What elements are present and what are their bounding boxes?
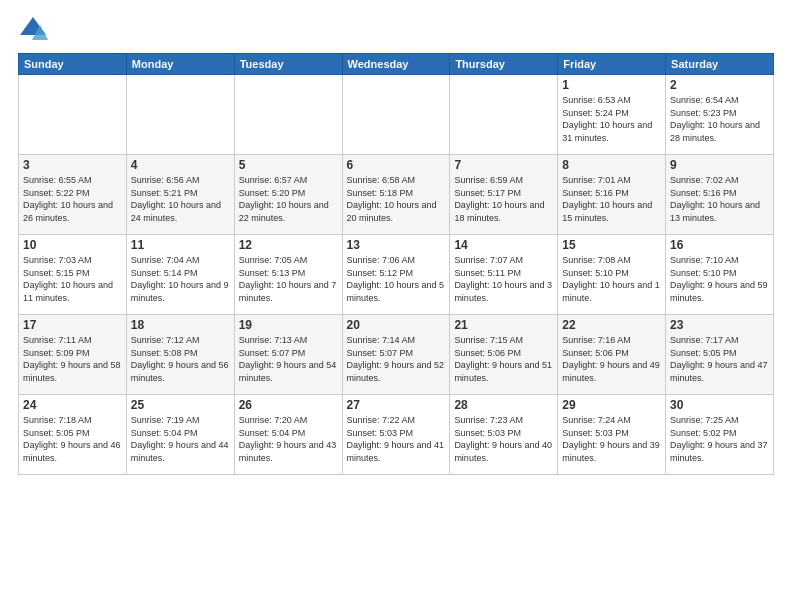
day-number: 13 bbox=[347, 238, 446, 252]
calendar-cell: 25Sunrise: 7:19 AM Sunset: 5:04 PM Dayli… bbox=[126, 395, 234, 475]
day-number: 17 bbox=[23, 318, 122, 332]
day-info: Sunrise: 7:12 AM Sunset: 5:08 PM Dayligh… bbox=[131, 334, 230, 384]
weekday-header-row: SundayMondayTuesdayWednesdayThursdayFrid… bbox=[19, 54, 774, 75]
weekday-header-thursday: Thursday bbox=[450, 54, 558, 75]
day-number: 7 bbox=[454, 158, 553, 172]
day-info: Sunrise: 7:20 AM Sunset: 5:04 PM Dayligh… bbox=[239, 414, 338, 464]
day-info: Sunrise: 6:57 AM Sunset: 5:20 PM Dayligh… bbox=[239, 174, 338, 224]
calendar-cell: 30Sunrise: 7:25 AM Sunset: 5:02 PM Dayli… bbox=[666, 395, 774, 475]
weekday-header-tuesday: Tuesday bbox=[234, 54, 342, 75]
day-info: Sunrise: 7:14 AM Sunset: 5:07 PM Dayligh… bbox=[347, 334, 446, 384]
day-number: 11 bbox=[131, 238, 230, 252]
weekday-header-wednesday: Wednesday bbox=[342, 54, 450, 75]
day-info: Sunrise: 7:08 AM Sunset: 5:10 PM Dayligh… bbox=[562, 254, 661, 304]
day-number: 26 bbox=[239, 398, 338, 412]
day-info: Sunrise: 6:53 AM Sunset: 5:24 PM Dayligh… bbox=[562, 94, 661, 144]
logo-icon bbox=[18, 15, 48, 45]
calendar-cell: 19Sunrise: 7:13 AM Sunset: 5:07 PM Dayli… bbox=[234, 315, 342, 395]
calendar-cell bbox=[126, 75, 234, 155]
day-number: 25 bbox=[131, 398, 230, 412]
calendar-cell: 16Sunrise: 7:10 AM Sunset: 5:10 PM Dayli… bbox=[666, 235, 774, 315]
day-number: 12 bbox=[239, 238, 338, 252]
day-number: 18 bbox=[131, 318, 230, 332]
calendar-cell: 29Sunrise: 7:24 AM Sunset: 5:03 PM Dayli… bbox=[558, 395, 666, 475]
week-row-1: 1Sunrise: 6:53 AM Sunset: 5:24 PM Daylig… bbox=[19, 75, 774, 155]
day-info: Sunrise: 7:13 AM Sunset: 5:07 PM Dayligh… bbox=[239, 334, 338, 384]
day-info: Sunrise: 7:03 AM Sunset: 5:15 PM Dayligh… bbox=[23, 254, 122, 304]
calendar-cell: 4Sunrise: 6:56 AM Sunset: 5:21 PM Daylig… bbox=[126, 155, 234, 235]
week-row-2: 3Sunrise: 6:55 AM Sunset: 5:22 PM Daylig… bbox=[19, 155, 774, 235]
calendar-cell: 15Sunrise: 7:08 AM Sunset: 5:10 PM Dayli… bbox=[558, 235, 666, 315]
day-number: 24 bbox=[23, 398, 122, 412]
week-row-5: 24Sunrise: 7:18 AM Sunset: 5:05 PM Dayli… bbox=[19, 395, 774, 475]
calendar-cell: 24Sunrise: 7:18 AM Sunset: 5:05 PM Dayli… bbox=[19, 395, 127, 475]
day-info: Sunrise: 7:07 AM Sunset: 5:11 PM Dayligh… bbox=[454, 254, 553, 304]
calendar-cell: 22Sunrise: 7:16 AM Sunset: 5:06 PM Dayli… bbox=[558, 315, 666, 395]
calendar-cell: 21Sunrise: 7:15 AM Sunset: 5:06 PM Dayli… bbox=[450, 315, 558, 395]
day-number: 4 bbox=[131, 158, 230, 172]
day-number: 3 bbox=[23, 158, 122, 172]
page: SundayMondayTuesdayWednesdayThursdayFrid… bbox=[0, 0, 792, 612]
day-info: Sunrise: 7:18 AM Sunset: 5:05 PM Dayligh… bbox=[23, 414, 122, 464]
day-info: Sunrise: 7:01 AM Sunset: 5:16 PM Dayligh… bbox=[562, 174, 661, 224]
day-number: 15 bbox=[562, 238, 661, 252]
day-number: 6 bbox=[347, 158, 446, 172]
calendar-cell: 10Sunrise: 7:03 AM Sunset: 5:15 PM Dayli… bbox=[19, 235, 127, 315]
day-info: Sunrise: 7:11 AM Sunset: 5:09 PM Dayligh… bbox=[23, 334, 122, 384]
calendar-cell: 8Sunrise: 7:01 AM Sunset: 5:16 PM Daylig… bbox=[558, 155, 666, 235]
day-info: Sunrise: 7:10 AM Sunset: 5:10 PM Dayligh… bbox=[670, 254, 769, 304]
day-info: Sunrise: 7:05 AM Sunset: 5:13 PM Dayligh… bbox=[239, 254, 338, 304]
day-number: 29 bbox=[562, 398, 661, 412]
calendar-cell: 18Sunrise: 7:12 AM Sunset: 5:08 PM Dayli… bbox=[126, 315, 234, 395]
header bbox=[18, 15, 774, 45]
day-info: Sunrise: 6:55 AM Sunset: 5:22 PM Dayligh… bbox=[23, 174, 122, 224]
day-number: 9 bbox=[670, 158, 769, 172]
week-row-3: 10Sunrise: 7:03 AM Sunset: 5:15 PM Dayli… bbox=[19, 235, 774, 315]
day-info: Sunrise: 7:23 AM Sunset: 5:03 PM Dayligh… bbox=[454, 414, 553, 464]
day-number: 19 bbox=[239, 318, 338, 332]
day-number: 23 bbox=[670, 318, 769, 332]
calendar-cell: 28Sunrise: 7:23 AM Sunset: 5:03 PM Dayli… bbox=[450, 395, 558, 475]
day-info: Sunrise: 7:17 AM Sunset: 5:05 PM Dayligh… bbox=[670, 334, 769, 384]
calendar-cell: 27Sunrise: 7:22 AM Sunset: 5:03 PM Dayli… bbox=[342, 395, 450, 475]
day-number: 28 bbox=[454, 398, 553, 412]
calendar-cell: 6Sunrise: 6:58 AM Sunset: 5:18 PM Daylig… bbox=[342, 155, 450, 235]
day-info: Sunrise: 7:19 AM Sunset: 5:04 PM Dayligh… bbox=[131, 414, 230, 464]
day-info: Sunrise: 7:16 AM Sunset: 5:06 PM Dayligh… bbox=[562, 334, 661, 384]
calendar-cell: 11Sunrise: 7:04 AM Sunset: 5:14 PM Dayli… bbox=[126, 235, 234, 315]
weekday-header-saturday: Saturday bbox=[666, 54, 774, 75]
day-info: Sunrise: 7:15 AM Sunset: 5:06 PM Dayligh… bbox=[454, 334, 553, 384]
day-number: 10 bbox=[23, 238, 122, 252]
calendar-cell: 7Sunrise: 6:59 AM Sunset: 5:17 PM Daylig… bbox=[450, 155, 558, 235]
calendar-cell: 3Sunrise: 6:55 AM Sunset: 5:22 PM Daylig… bbox=[19, 155, 127, 235]
day-info: Sunrise: 7:04 AM Sunset: 5:14 PM Dayligh… bbox=[131, 254, 230, 304]
calendar-cell: 23Sunrise: 7:17 AM Sunset: 5:05 PM Dayli… bbox=[666, 315, 774, 395]
calendar-cell: 20Sunrise: 7:14 AM Sunset: 5:07 PM Dayli… bbox=[342, 315, 450, 395]
calendar: SundayMondayTuesdayWednesdayThursdayFrid… bbox=[18, 53, 774, 475]
weekday-header-monday: Monday bbox=[126, 54, 234, 75]
calendar-cell: 14Sunrise: 7:07 AM Sunset: 5:11 PM Dayli… bbox=[450, 235, 558, 315]
day-info: Sunrise: 7:24 AM Sunset: 5:03 PM Dayligh… bbox=[562, 414, 661, 464]
calendar-cell bbox=[450, 75, 558, 155]
day-number: 27 bbox=[347, 398, 446, 412]
day-info: Sunrise: 7:02 AM Sunset: 5:16 PM Dayligh… bbox=[670, 174, 769, 224]
calendar-cell: 2Sunrise: 6:54 AM Sunset: 5:23 PM Daylig… bbox=[666, 75, 774, 155]
day-number: 22 bbox=[562, 318, 661, 332]
weekday-header-friday: Friday bbox=[558, 54, 666, 75]
day-number: 30 bbox=[670, 398, 769, 412]
day-number: 8 bbox=[562, 158, 661, 172]
calendar-cell bbox=[342, 75, 450, 155]
logo bbox=[18, 15, 52, 45]
calendar-cell: 17Sunrise: 7:11 AM Sunset: 5:09 PM Dayli… bbox=[19, 315, 127, 395]
calendar-cell: 12Sunrise: 7:05 AM Sunset: 5:13 PM Dayli… bbox=[234, 235, 342, 315]
day-number: 16 bbox=[670, 238, 769, 252]
day-number: 1 bbox=[562, 78, 661, 92]
day-info: Sunrise: 7:25 AM Sunset: 5:02 PM Dayligh… bbox=[670, 414, 769, 464]
day-info: Sunrise: 7:22 AM Sunset: 5:03 PM Dayligh… bbox=[347, 414, 446, 464]
calendar-cell: 1Sunrise: 6:53 AM Sunset: 5:24 PM Daylig… bbox=[558, 75, 666, 155]
weekday-header-sunday: Sunday bbox=[19, 54, 127, 75]
day-number: 21 bbox=[454, 318, 553, 332]
day-number: 20 bbox=[347, 318, 446, 332]
day-number: 2 bbox=[670, 78, 769, 92]
day-info: Sunrise: 6:56 AM Sunset: 5:21 PM Dayligh… bbox=[131, 174, 230, 224]
